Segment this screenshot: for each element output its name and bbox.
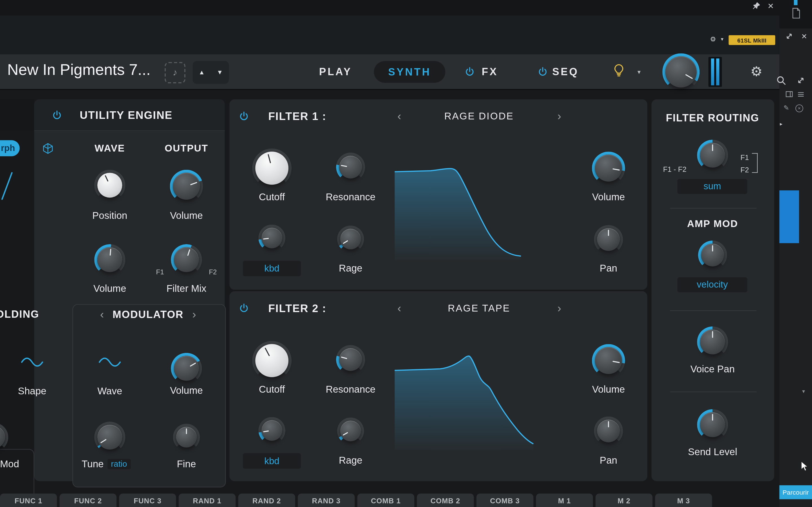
modulator-volume-knob[interactable] [171, 353, 202, 384]
tune-label: Tune [82, 458, 104, 469]
position-knob[interactable] [94, 170, 125, 201]
modulator-title[interactable]: MODULATOR [112, 309, 184, 321]
modulator-prev-icon[interactable]: ‹ [100, 308, 104, 321]
modulator-wave-sine-icon[interactable] [98, 356, 121, 369]
tune-knob[interactable] [94, 421, 125, 453]
tab-comb-3[interactable]: COMB 3 [476, 494, 534, 507]
cube-icon[interactable] [43, 143, 54, 154]
expand-window-icon[interactable] [797, 76, 805, 85]
tips-bulb-icon[interactable] [612, 63, 626, 78]
filter2-cutoff-knob[interactable] [252, 341, 292, 380]
filter2-volume-knob[interactable] [592, 344, 625, 377]
tab-func-2[interactable]: FUNC 2 [59, 494, 116, 507]
filter1-kbd-label: kbd [264, 263, 280, 274]
filter2-pan-knob[interactable] [594, 416, 623, 446]
filter-routing-knob[interactable] [697, 140, 728, 171]
fine-label: Fine [177, 458, 196, 469]
document-icon[interactable] [792, 8, 801, 19]
filter1-type-name[interactable]: RAGE DIODE [444, 111, 514, 122]
host-selected-item[interactable] [779, 190, 799, 243]
clear-icon[interactable]: ✕ [795, 105, 803, 112]
filter1-type-next-icon[interactable]: › [557, 110, 561, 123]
scroll-down-icon[interactable]: ▾ [802, 388, 805, 395]
list-view-icon[interactable] [798, 92, 804, 97]
tab-morph[interactable]: rph [0, 140, 20, 156]
filter2-kbd-button[interactable]: kbd [243, 453, 301, 469]
level-meter-right [716, 59, 719, 86]
output-column-header: OUTPUT [165, 143, 208, 154]
filter-routing-title: FILTER ROUTING [666, 112, 759, 124]
fx-power-icon[interactable] [464, 66, 475, 77]
gear-small-icon[interactable]: ⚙ [710, 35, 716, 43]
fine-knob[interactable] [173, 424, 200, 451]
caret-down-icon[interactable]: ▾ [721, 36, 723, 42]
tune-ratio-badge[interactable]: ratio [107, 459, 131, 469]
filter2-power-icon[interactable] [238, 302, 250, 314]
tab-m-1[interactable]: M 1 [536, 494, 593, 507]
amp-mod-knob[interactable] [698, 240, 727, 270]
engine-tab-notch [0, 100, 34, 130]
mod-knob-fragment[interactable] [0, 423, 8, 452]
device-badge[interactable]: 61SL MkIII [728, 35, 775, 45]
expand-arrow-icon[interactable]: ▸ [780, 121, 782, 127]
close-panel-icon[interactable]: ✕ [801, 32, 807, 40]
filter2-resonance-knob[interactable] [336, 345, 365, 374]
filter1-pan-knob[interactable] [594, 225, 623, 254]
settings-gear-icon[interactable]: ⚙ [750, 64, 762, 80]
browse-button[interactable]: Parcourir [779, 485, 812, 499]
search-icon[interactable] [776, 75, 786, 86]
tab-comb-1[interactable]: COMB 1 [357, 494, 414, 507]
tab-fx[interactable]: FX [482, 66, 498, 78]
close-icon[interactable]: ✕ [767, 2, 774, 11]
send-level-knob[interactable] [697, 409, 728, 440]
preset-next-button[interactable]: ▼ [217, 69, 223, 76]
expand-icon[interactable] [785, 32, 793, 40]
utility-power-icon[interactable] [51, 110, 63, 121]
seq-power-icon[interactable] [537, 66, 548, 77]
tab-rand-3[interactable]: RAND 3 [298, 494, 355, 507]
filter1-resonance-knob[interactable] [336, 153, 365, 182]
filter-mix-knob[interactable] [171, 244, 202, 275]
tab-m-3[interactable]: M 3 [655, 494, 712, 507]
morph-wave-fragment [0, 171, 13, 202]
output-volume-knob[interactable] [170, 170, 203, 203]
tab-rand-1[interactable]: RAND 1 [179, 494, 236, 507]
edit-pencil-icon[interactable]: ✎ [783, 104, 789, 112]
tips-chevron-down-icon[interactable]: ▾ [638, 68, 641, 75]
tab-func-3[interactable]: FUNC 3 [119, 494, 176, 507]
mod-label: Mod [0, 458, 19, 469]
panel-layout-icon[interactable] [785, 91, 793, 97]
tab-func-1[interactable]: FUNC 1 [0, 494, 57, 507]
filter1-kbd-button[interactable]: kbd [243, 261, 301, 276]
filter2-type-prev-icon[interactable]: ‹ [397, 302, 401, 315]
utility-volume-knob[interactable] [94, 244, 125, 275]
filter2-kbd-knob[interactable] [259, 417, 286, 444]
pin-icon[interactable] [752, 2, 761, 10]
preset-name[interactable]: New In Pigments 7... [7, 61, 151, 78]
filter1-cutoff-knob[interactable] [252, 149, 292, 188]
filter1-power-icon[interactable] [238, 111, 250, 122]
preset-note-icon[interactable]: ♪ [165, 62, 185, 83]
tab-seq[interactable]: SEQ [552, 66, 579, 78]
voice-pan-knob[interactable] [697, 327, 728, 357]
filter1-type-prev-icon[interactable]: ‹ [397, 110, 401, 123]
shape-sine-icon[interactable] [20, 356, 44, 369]
filter2-type-name[interactable]: RAGE TAPE [448, 302, 510, 314]
pigments-app-window: ✕ ⚙ ▾ 61SL MkIII ✕ New In Pigments 7... … [0, 0, 812, 507]
preset-prev-button[interactable]: ▲ [199, 69, 205, 76]
filter2-rage-knob[interactable] [337, 417, 364, 445]
filter1-rage-knob[interactable] [337, 226, 364, 252]
tab-synth[interactable]: SYNTH [374, 61, 445, 83]
tab-m-2[interactable]: M 2 [596, 494, 652, 507]
tab-play[interactable]: PLAY [319, 66, 352, 78]
filter2-type-next-icon[interactable]: › [557, 302, 561, 315]
modulator-next-icon[interactable]: › [192, 308, 196, 321]
tab-rand-2[interactable]: RAND 2 [238, 494, 295, 507]
filter1-volume-knob[interactable] [592, 152, 625, 185]
master-volume-knob[interactable] [662, 53, 700, 91]
amp-mod-source-label: velocity [697, 279, 728, 290]
filter1-kbd-knob[interactable] [259, 224, 286, 251]
amp-mod-source-button[interactable]: velocity [677, 277, 747, 292]
routing-mode-button[interactable]: sum [677, 179, 747, 194]
tab-comb-2[interactable]: COMB 2 [417, 494, 474, 507]
